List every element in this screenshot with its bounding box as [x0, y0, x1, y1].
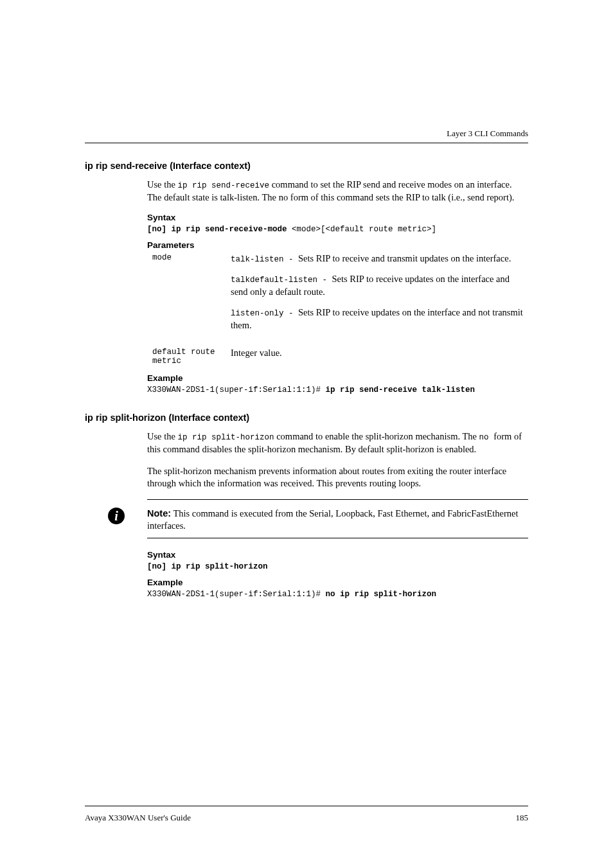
param-desc-talkdefault-listen: talkdefault-listen - Sets RIP to receive…	[231, 273, 528, 298]
syntax-label-2: Syntax	[147, 550, 528, 560]
note-rule-top	[147, 499, 528, 500]
footer-row: Avaya X330WAN User's Guide 185	[85, 813, 528, 823]
intro-paragraph-2a: Use the ip rip split-horizon command to …	[147, 430, 528, 456]
example-pre-2: X330WAN-2DS1-1(super-if:Serial:1:1)#	[147, 590, 326, 599]
code-listen-only: listen-only -	[231, 309, 298, 318]
note-label: Note:	[147, 508, 171, 518]
param-name-mode: mode	[152, 252, 231, 339]
info-icon: i	[108, 508, 125, 524]
parameters-label: Parameters	[147, 240, 528, 250]
param-row-mode: mode talk-listen - Sets RIP to receive a…	[152, 252, 528, 339]
syntax-label-1: Syntax	[147, 213, 528, 222]
example-bold-2: no ip rip split-horizon	[326, 590, 437, 599]
intro2-code2: no	[479, 433, 494, 442]
example-label-2: Example	[147, 578, 528, 587]
param-name-default-route: default route metric	[152, 347, 231, 366]
intro-code: ip rip send-receive	[178, 181, 270, 190]
intro2-pre: Use the	[147, 431, 178, 441]
note-row: i Note: This command is executed from th…	[85, 508, 528, 533]
param-desc-listen-only: listen-only - Sets RIP to receive update…	[231, 306, 528, 332]
example-line-1: X330WAN-2DS1-1(super-if:Serial:1:1)# ip …	[147, 385, 528, 394]
intro-text-pre: Use the	[147, 179, 178, 190]
example-line-2: X330WAN-2DS1-1(super-if:Serial:1:1)# no …	[147, 590, 528, 599]
note-text: Note: This command is executed from the …	[147, 508, 528, 533]
note-rule-bottom	[147, 538, 528, 538]
section-heading-send-receive: ip rip send-receive (Interface context)	[85, 161, 528, 171]
syntax-bold-2: [no] ip rip split-horizon	[147, 562, 268, 571]
note-icon-wrap: i	[85, 508, 147, 524]
syntax-rest: <mode>[<default route metric>]	[292, 225, 436, 234]
param-desc-talk-listen: talk-listen - Sets RIP to receive and tr…	[231, 252, 528, 265]
syntax-bold: [no] ip rip send-receive-mode	[147, 225, 292, 234]
note-body: This command is executed from the Serial…	[147, 508, 519, 531]
intro2-code: ip rip split-horizon	[178, 433, 274, 442]
section-heading-split-horizon: ip rip split-horizon (Interface context)	[85, 412, 528, 423]
param-desc-default-route: Integer value.	[231, 347, 282, 366]
syntax-line-1: [no] ip rip send-receive-mode <mode>[<de…	[147, 225, 528, 234]
header-rule	[85, 143, 528, 143]
example-label-1: Example	[147, 373, 528, 383]
code-talkdefault-listen: talkdefault-listen -	[231, 276, 332, 285]
footer-page-number: 185	[516, 813, 529, 823]
intro-paragraph-1: Use the ip rip send-receive command to s…	[147, 179, 528, 204]
example-pre-1: X330WAN-2DS1-1(super-if:Serial:1:1)#	[147, 385, 326, 394]
intro2-mid: command to enable the split-horizon mech…	[274, 431, 479, 441]
code-talk-listen: talk-listen -	[231, 255, 298, 264]
footer-left: Avaya X330WAN User's Guide	[85, 813, 191, 823]
intro-paragraph-2b: The split-horizon mechanism prevents inf…	[147, 465, 528, 490]
param-row-default-route: default route metric Integer value.	[152, 347, 528, 366]
page-footer: Avaya X330WAN User's Guide 185	[85, 806, 528, 823]
footer-rule	[85, 806, 528, 806]
syntax-line-2: [no] ip rip split-horizon	[147, 562, 528, 571]
example-bold-1: ip rip send-receive talk-listen	[326, 385, 475, 394]
running-header: Layer 3 CLI Commands	[447, 128, 528, 139]
text-talk-listen: Sets RIP to receive and transmit updates…	[298, 253, 511, 263]
param-desc-mode: talk-listen - Sets RIP to receive and tr…	[231, 252, 528, 339]
